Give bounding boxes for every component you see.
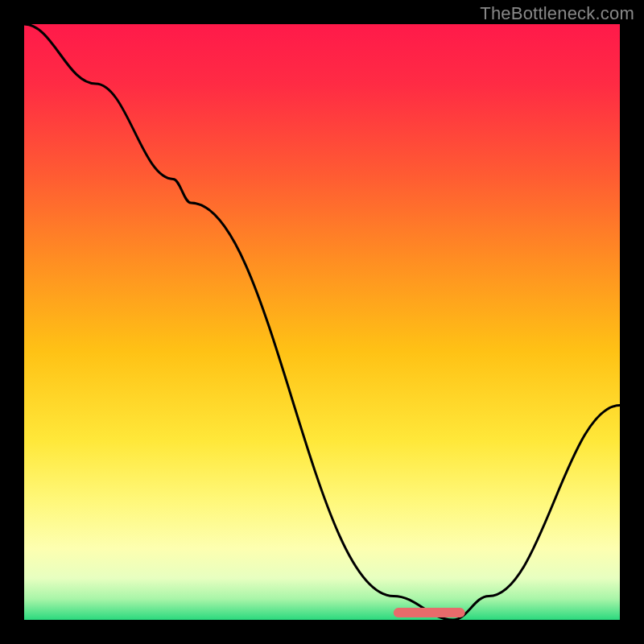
chart-svg [24,24,620,620]
gradient-background [24,24,620,620]
optimal-range-marker [394,608,465,617]
chart-frame: TheBottleneck.com [0,0,644,644]
plot-area [24,24,620,620]
watermark-text: TheBottleneck.com [480,3,634,24]
